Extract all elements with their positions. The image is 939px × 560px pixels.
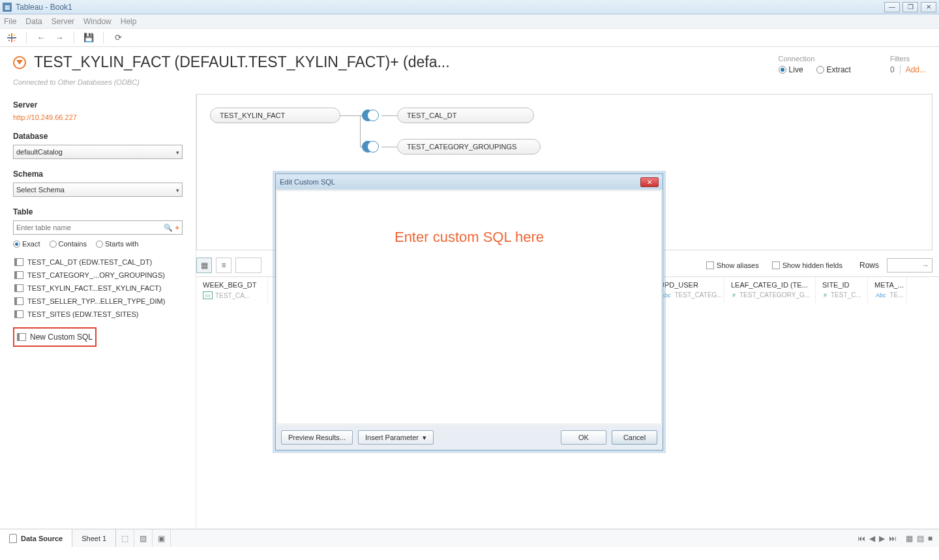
column-header[interactable]: UPD_USER AbcTEST_CATEG... — [653, 277, 724, 303]
connected-label: Connected to Other Databases (ODBC) — [0, 74, 939, 94]
table-pill-cal[interactable]: TEST_CAL_DT — [397, 108, 534, 123]
text-type-icon: Abc — [874, 292, 887, 299]
new-story-icon[interactable]: ▣ — [153, 529, 171, 547]
column-header[interactable]: WEEK_BEG_DT ▭TEST_CA... — [196, 277, 268, 303]
join-icon[interactable] — [362, 110, 379, 121]
data-source-tab[interactable]: Data Source — [0, 529, 72, 547]
preview-results-button[interactable]: Preview Results... — [281, 430, 353, 445]
filters-group: Filters 0 Add... — [890, 55, 926, 74]
server-url-link[interactable]: http://10.249.66.227 — [13, 113, 183, 121]
add-table-icon[interactable]: + — [175, 224, 179, 231]
menu-data[interactable]: Data — [25, 17, 42, 26]
database-label: Database — [13, 132, 183, 141]
insert-parameter-button[interactable]: Insert Parameter ▾ — [358, 430, 434, 445]
table-item[interactable]: TEST_SITES (EDW.TEST_SITES) — [13, 308, 183, 321]
cancel-button[interactable]: Cancel — [612, 430, 657, 445]
table-icon — [14, 258, 23, 266]
dialog-footer: Preview Results... Insert Parameter ▾ OK… — [276, 425, 663, 450]
filters-label: Filters — [890, 55, 926, 63]
join-icon[interactable] — [362, 141, 379, 153]
menu-server[interactable]: Server — [52, 17, 74, 26]
grid-view-button[interactable]: ▦ — [196, 258, 212, 273]
new-dashboard-icon[interactable]: ▧ — [134, 529, 153, 547]
svg-rect-1 — [7, 37, 16, 38]
menu-help[interactable]: Help — [121, 17, 137, 26]
search-icon[interactable]: 🔍 — [164, 224, 173, 232]
new-custom-sql[interactable]: New Custom SQL — [13, 327, 97, 347]
column-header[interactable]: LEAF_CATEG_ID (TE... #TEST_CATEGORY_G... — [724, 277, 816, 303]
match-exact-radio[interactable]: Exact — [13, 240, 40, 248]
menu-file[interactable]: File — [4, 17, 16, 26]
schema-select[interactable]: Select Schema — [13, 183, 183, 197]
svg-rect-5 — [14, 40, 15, 41]
column-header[interactable]: SITE_ID #TEST_C... — [816, 277, 868, 303]
join-connector — [381, 115, 397, 116]
dialog-titlebar[interactable]: Edit Custom SQL ✕ — [276, 174, 663, 190]
table-search[interactable]: 🔍 + — [13, 220, 183, 235]
list-view-button[interactable]: ≡ — [216, 258, 231, 273]
connection-extract-radio[interactable]: Extract — [816, 65, 851, 74]
first-tab-icon[interactable]: ⏮ — [857, 534, 865, 543]
sort-button[interactable] — [235, 258, 261, 273]
connection-live-radio[interactable]: Live — [779, 65, 803, 74]
connection-group: Connection Live Extract — [779, 55, 851, 74]
join-connector — [340, 115, 360, 116]
table-label: Table — [13, 207, 183, 216]
ok-button[interactable]: OK — [561, 430, 606, 445]
join-connector — [381, 147, 397, 147]
table-item[interactable]: TEST_SELLER_TYP...ELLER_TYPE_DIM) — [13, 295, 183, 308]
number-type-icon: # — [731, 292, 737, 299]
table-item[interactable]: TEST_KYLIN_FACT...EST_KYLIN_FACT) — [13, 282, 183, 295]
back-icon[interactable]: ← — [36, 33, 46, 43]
filters-count: 0 — [890, 65, 901, 74]
forward-icon[interactable]: → — [54, 33, 65, 43]
sql-textarea[interactable]: Enter custom SQL here — [276, 190, 662, 424]
table-icon — [14, 297, 23, 305]
table-pill-cat[interactable]: TEST_CATEGORY_GROUPINGS — [397, 139, 541, 155]
tableau-logo-icon[interactable] — [7, 33, 17, 43]
refresh-icon[interactable]: ⟳ — [113, 33, 123, 43]
datasource-menu-icon[interactable] — [13, 56, 26, 69]
match-contains-radio[interactable]: Contains — [50, 240, 87, 248]
close-window-button[interactable]: ✕ — [921, 2, 936, 12]
last-tab-icon[interactable]: ⏭ — [889, 534, 897, 543]
server-label: Server — [13, 100, 183, 110]
database-select[interactable]: defaultCatalog — [13, 145, 183, 159]
left-pane: Server http://10.249.66.227 Database def… — [0, 94, 196, 537]
show-hidden-checkbox[interactable]: Show hidden fields — [772, 261, 842, 269]
app-icon: ▦ — [3, 3, 12, 12]
table-search-input[interactable] — [16, 224, 161, 231]
sheet1-tab[interactable]: Sheet 1 — [72, 529, 116, 547]
table-icon — [14, 271, 23, 279]
dialog-title: Edit Custom SQL — [280, 178, 335, 186]
separator — [74, 32, 74, 44]
dialog-close-button[interactable]: ✕ — [640, 177, 659, 187]
show-tabs-icon[interactable]: ■ — [928, 534, 932, 543]
maximize-button[interactable]: ❐ — [902, 2, 918, 12]
show-filmstrip-icon[interactable]: ▦ — [906, 534, 913, 543]
separator — [26, 32, 27, 44]
match-starts-radio[interactable]: Starts with — [96, 240, 138, 248]
table-item[interactable]: TEST_CATEGORY_...ORY_GROUPINGS) — [13, 269, 183, 282]
window-title: Tableau - Book1 — [16, 3, 884, 12]
rows-label: Rows — [859, 261, 879, 270]
table-list: TEST_CAL_DT (EDW.TEST_CAL_DT) TEST_CATEG… — [13, 256, 183, 321]
menu-bar: File Data Server Window Help — [0, 14, 939, 29]
window-titlebar: ▦ Tableau - Book1 — ❐ ✕ — [0, 0, 939, 14]
prev-tab-icon[interactable]: ◀ — [869, 534, 875, 543]
save-icon[interactable]: 💾 — [83, 33, 94, 43]
show-sorter-icon[interactable]: ▤ — [917, 534, 924, 543]
new-worksheet-icon[interactable]: ⬚ — [116, 529, 134, 547]
table-pill-fact[interactable]: TEST_KYLIN_FACT — [210, 108, 340, 123]
column-header[interactable]: META_... AbcTE... — [868, 277, 907, 303]
bottom-tabs: Data Source Sheet 1 ⬚ ▧ ▣ ⏮ ◀ ▶ ⏭ ▦ ▤ ■ — [0, 529, 939, 547]
rows-input[interactable]: → — [887, 258, 932, 273]
table-item[interactable]: TEST_CAL_DT (EDW.TEST_CAL_DT) — [13, 256, 183, 269]
menu-window[interactable]: Window — [83, 17, 112, 26]
filters-add-link[interactable]: Add... — [906, 65, 926, 74]
sql-icon — [17, 333, 26, 341]
table-icon — [14, 310, 23, 318]
minimize-button[interactable]: — — [884, 2, 900, 12]
show-aliases-checkbox[interactable]: Show aliases — [706, 261, 759, 269]
next-tab-icon[interactable]: ▶ — [879, 534, 885, 543]
